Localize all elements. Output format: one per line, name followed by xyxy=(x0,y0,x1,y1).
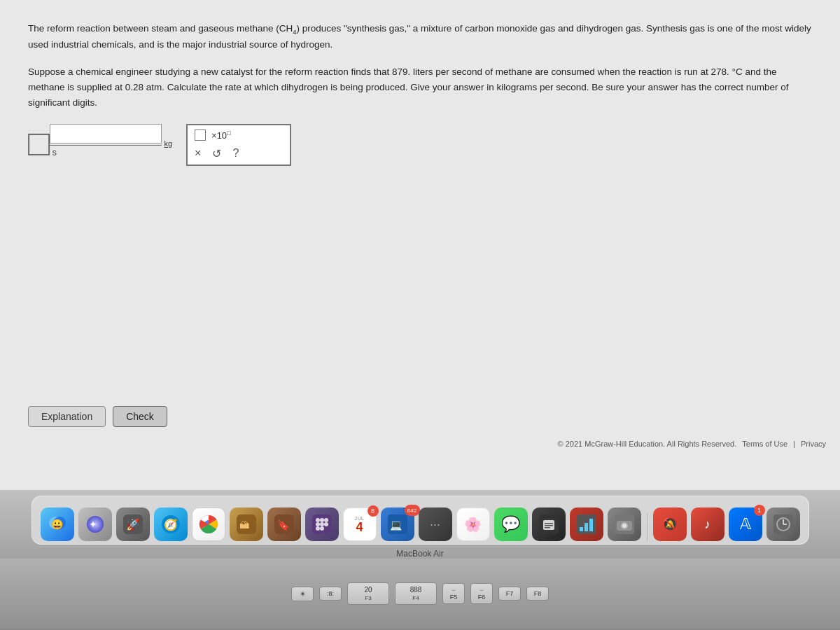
svg-text:🔖: 🔖 xyxy=(277,519,290,531)
x10-label: ×10□ xyxy=(211,130,231,141)
x10-exponent: □ xyxy=(227,130,231,136)
svg-point-22 xyxy=(324,522,328,526)
dock-item-blue-block[interactable]: 💻 642 xyxy=(381,507,414,541)
dock-bar: 😀 ✦ 🚀 🧭 xyxy=(31,496,809,545)
dock-item-purple[interactable] xyxy=(305,507,339,541)
dock-area: 😀 ✦ 🚀 🧭 xyxy=(0,490,840,630)
svg-rect-35 xyxy=(589,519,593,531)
key-f7[interactable]: F7 xyxy=(498,587,521,601)
dock-item-calendar[interactable]: JUL 4 8 xyxy=(343,507,377,541)
para2-text: Suppose a chemical engineer studying a n… xyxy=(28,64,812,110)
chrome-icon xyxy=(199,514,218,534)
dock-item-dots[interactable]: ··· xyxy=(419,507,452,541)
numerator-input[interactable] xyxy=(50,124,162,144)
appstore-icon: 𝔸 xyxy=(740,515,751,533)
main-content: The reform reaction between steam and ga… xyxy=(0,0,840,490)
key-f4[interactable]: 888F4 xyxy=(395,582,437,605)
finder-icon: 😀 xyxy=(47,514,68,535)
dock-item-bars[interactable] xyxy=(570,507,603,541)
sci-top-row: ×10□ xyxy=(195,130,283,141)
fraction-input-group: □ s kg xyxy=(28,124,172,162)
answer-area: □ s kg ×10□ × xyxy=(28,124,812,165)
appstore-badge: 1 xyxy=(754,505,765,516)
files-icon xyxy=(539,514,559,534)
purple-icon xyxy=(312,514,332,534)
key-f5[interactable]: ··F5 xyxy=(442,583,465,604)
dots-icon: ··· xyxy=(430,517,440,532)
dock-item-photos-bg[interactable]: 🏔 xyxy=(230,507,263,541)
check-button[interactable]: Check xyxy=(113,406,167,427)
key-brightness-down[interactable]: ☀ xyxy=(291,587,314,601)
multiply-icon: × xyxy=(195,147,201,159)
siri-icon: ✦ xyxy=(85,514,105,534)
dock-item-music[interactable]: ♪ xyxy=(691,507,724,541)
key-f8[interactable]: F8 xyxy=(526,587,549,601)
dock-item-appstore[interactable]: 𝔸 1 xyxy=(729,507,762,541)
music-icon: ♪ xyxy=(704,517,710,532)
dock-divider xyxy=(647,513,648,541)
para1-text: The reform reaction between steam and ga… xyxy=(28,21,812,52)
undo-button[interactable]: ↺ xyxy=(212,147,221,160)
launchpad-icon: 🚀 xyxy=(123,514,143,534)
messages-badge: 642 xyxy=(405,505,420,516)
svg-point-20 xyxy=(316,522,320,526)
sci-checkbox[interactable] xyxy=(195,130,206,141)
calendar-day-label: 4 xyxy=(356,521,363,533)
terms-link[interactable]: Terms of Use xyxy=(742,440,788,448)
dock-item-camera[interactable] xyxy=(608,507,641,541)
dock-item-launchpad[interactable]: 🚀 xyxy=(116,507,150,541)
dock-item-dnd[interactable]: 🔕 xyxy=(653,507,687,541)
dock-item-siri[interactable]: ✦ xyxy=(78,507,112,541)
blue-block-icon: 💻 xyxy=(388,514,407,534)
copyright-text: © 2021 McGraw-Hill Education. All Rights… xyxy=(558,440,737,448)
problem-paragraph-1: The reform reaction between steam and ga… xyxy=(28,21,812,52)
explanation-button[interactable]: Explanation xyxy=(28,406,106,427)
footer: © 2021 McGraw-Hill Education. All Rights… xyxy=(558,440,826,448)
kg-unit-label: kg xyxy=(164,139,172,148)
svg-point-21 xyxy=(320,522,324,526)
svg-text:✦: ✦ xyxy=(89,519,97,530)
svg-text:💻: 💻 xyxy=(390,519,402,531)
macbook-label: MacBook Air xyxy=(396,549,443,559)
fraction-input-block: s xyxy=(50,124,162,162)
dock-item-time-machine[interactable] xyxy=(766,507,800,541)
undo-icon: ↺ xyxy=(212,148,221,160)
bars-icon xyxy=(577,514,596,534)
problem-paragraph-2: Suppose a chemical engineer studying a n… xyxy=(28,64,812,110)
dnd-icon: 🔕 xyxy=(662,517,678,532)
key-f2[interactable]: 20F3 xyxy=(347,582,389,605)
svg-point-17 xyxy=(316,518,320,522)
svg-text:🏔: 🏔 xyxy=(239,519,249,531)
svg-rect-33 xyxy=(580,527,583,531)
dock-item-brown[interactable]: 🔖 xyxy=(267,507,301,541)
dock-item-safari[interactable]: 🧭 xyxy=(154,507,188,541)
time-machine-icon xyxy=(774,514,793,534)
dock-item-messages[interactable]: 💬 xyxy=(494,507,528,541)
svg-rect-29 xyxy=(545,523,553,524)
svg-rect-30 xyxy=(545,525,553,526)
brown-icon: 🔖 xyxy=(274,514,294,534)
footer-separator: | xyxy=(793,440,795,448)
svg-text:🧭: 🧭 xyxy=(164,518,178,531)
privacy-link[interactable]: Privacy xyxy=(801,440,826,448)
dock-item-chrome[interactable] xyxy=(192,507,225,541)
svg-rect-34 xyxy=(584,523,588,531)
dock-item-photos[interactable]: 🌸 xyxy=(456,507,490,541)
dock-item-finder[interactable]: 😀 xyxy=(41,507,74,541)
svg-text:😀: 😀 xyxy=(51,519,64,531)
safari-icon: 🧭 xyxy=(161,514,181,534)
svg-rect-31 xyxy=(545,527,550,528)
left-bracket-icon: □ xyxy=(28,127,50,160)
svg-point-24 xyxy=(320,526,324,531)
help-button[interactable]: ? xyxy=(232,147,239,160)
svg-point-23 xyxy=(316,526,320,531)
key-f6[interactable]: ··F6 xyxy=(470,583,493,604)
sci-symbols-row: × ↺ ? xyxy=(195,144,283,160)
key-f1[interactable]: :8: xyxy=(319,587,342,601)
multiply-symbol-button[interactable]: × xyxy=(195,147,201,160)
keyboard-area: ☀ :8: 20F3 888F4 ··F5 ··F6 F7 F8 xyxy=(0,559,840,629)
messages-icon: 💬 xyxy=(501,515,520,533)
svg-point-19 xyxy=(324,518,328,522)
dock-item-files[interactable] xyxy=(532,507,566,541)
denominator-display: s xyxy=(50,147,162,162)
